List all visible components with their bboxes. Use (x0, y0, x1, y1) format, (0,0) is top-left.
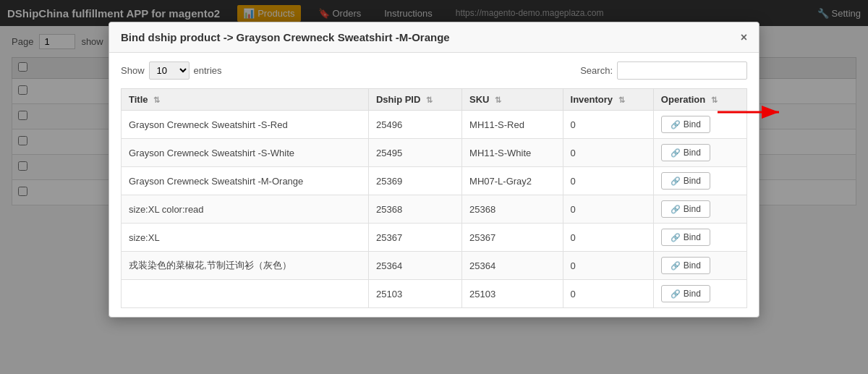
title-cell: size:XL color:read (122, 195, 369, 224)
inventory-cell: 0 (563, 195, 653, 224)
bind-button[interactable]: Bind (661, 229, 710, 246)
title-cell: size:XL (122, 224, 369, 252)
show-label: Show (121, 65, 145, 76)
col-title: Title ⇅ (122, 89, 369, 111)
entries-label: entries (194, 65, 222, 76)
modal-table-row: 戎装染色的菜椒花,节制迁询衫（灰色）25364253640 Bind (122, 252, 747, 280)
modal-close-button[interactable]: × (741, 32, 747, 43)
operation-cell: Bind (653, 224, 746, 252)
title-cell: Grayson Crewneck Sweatshirt -S-White (122, 139, 369, 167)
col-sku: SKU ⇅ (462, 89, 563, 111)
inventory-cell: 0 (563, 280, 653, 308)
bind-button[interactable]: Bind (661, 257, 710, 274)
inventory-cell: 0 (563, 224, 653, 252)
bind-button[interactable]: Bind (661, 144, 710, 161)
title-sort-icon[interactable]: ⇅ (153, 95, 160, 105)
modal-table-header-row: Title ⇅ Dship PID ⇅ SKU ⇅ (122, 89, 747, 111)
inventory-cell: 0 (563, 139, 653, 167)
modal-show-controls: Show 10 25 50 100 entries (121, 61, 222, 80)
inventory-cell: 0 (563, 111, 653, 139)
col-inventory: Inventory ⇅ (563, 89, 653, 111)
operation-cell: Bind (653, 139, 746, 167)
inventory-cell: 0 (563, 167, 653, 195)
sku-cell: 25367 (462, 224, 563, 252)
operation-cell: Bind (653, 195, 746, 224)
link-icon (671, 119, 681, 129)
title-cell: Grayson Crewneck Sweatshirt -S-Red (122, 111, 369, 139)
bind-product-modal: Bind dship product -> Grayson Crewneck S… (109, 22, 760, 318)
operation-cell: Bind (653, 111, 746, 139)
dship-pid-cell: 25103 (368, 280, 461, 308)
dship-pid-cell: 25496 (368, 111, 461, 139)
dship-pid-cell: 25369 (368, 167, 461, 195)
dship-pid-cell: 25367 (368, 224, 461, 252)
modal-search-controls: Search: (580, 61, 747, 80)
search-label: Search: (580, 65, 613, 76)
dship-pid-sort-icon[interactable]: ⇅ (426, 95, 433, 105)
bind-button[interactable]: Bind (661, 172, 710, 190)
modal-overlay: Bind dship product -> Grayson Crewneck S… (0, 0, 868, 374)
modal-controls: Show 10 25 50 100 entries Search: (121, 61, 747, 80)
operation-sort-icon[interactable]: ⇅ (711, 95, 718, 105)
operation-cell: Bind (653, 252, 746, 280)
modal-table: Title ⇅ Dship PID ⇅ SKU ⇅ (121, 88, 747, 308)
modal-table-row: Grayson Crewneck Sweatshirt -S-White2549… (122, 139, 747, 167)
bind-button[interactable]: Bind (661, 200, 710, 218)
modal-table-row: Grayson Crewneck Sweatshirt -M-Orange253… (122, 167, 747, 195)
link-icon (671, 204, 681, 214)
sku-cell: MH11-S-Red (462, 111, 563, 139)
link-icon (671, 148, 681, 158)
sku-cell: MH07-L-Gray2 (462, 167, 563, 195)
col-dship-pid: Dship PID ⇅ (368, 89, 461, 111)
modal-table-row: 25103251030 Bind (122, 280, 747, 308)
col-operation: Operation ⇅ (653, 89, 746, 111)
dship-pid-cell: 25368 (368, 195, 461, 224)
sku-cell: 25103 (462, 280, 563, 308)
search-input[interactable] (617, 61, 747, 80)
dship-pid-cell: 25495 (368, 139, 461, 167)
title-cell: Grayson Crewneck Sweatshirt -M-Orange (122, 167, 369, 195)
operation-cell: Bind (653, 167, 746, 195)
bind-button[interactable]: Bind (661, 116, 710, 133)
link-icon (671, 289, 681, 299)
sku-sort-icon[interactable]: ⇅ (495, 95, 501, 105)
modal-table-row: size:XL color:read25368253680 Bind (122, 195, 747, 224)
operation-cell: Bind (653, 280, 746, 308)
inventory-sort-icon[interactable]: ⇅ (618, 95, 625, 105)
link-icon (671, 232, 681, 242)
modal-title: Bind dship product -> Grayson Crewneck S… (121, 31, 450, 43)
modal-table-row: size:XL25367253670 Bind (122, 224, 747, 252)
link-icon (671, 176, 681, 186)
sku-cell: 25368 (462, 195, 563, 224)
modal-header: Bind dship product -> Grayson Crewneck S… (109, 22, 759, 53)
modal-table-row: Grayson Crewneck Sweatshirt -S-Red25496M… (122, 111, 747, 139)
sku-cell: 25364 (462, 252, 563, 280)
title-cell (122, 280, 369, 308)
sku-cell: MH11-S-White (462, 139, 563, 167)
link-icon (671, 260, 681, 271)
dship-pid-cell: 25364 (368, 252, 461, 280)
bind-button[interactable]: Bind (661, 285, 710, 302)
inventory-cell: 0 (563, 252, 653, 280)
title-cell: 戎装染色的菜椒花,节制迁询衫（灰色） (122, 252, 369, 280)
entries-select[interactable]: 10 25 50 100 (149, 61, 190, 80)
modal-body: Show 10 25 50 100 entries Search: (109, 53, 759, 317)
